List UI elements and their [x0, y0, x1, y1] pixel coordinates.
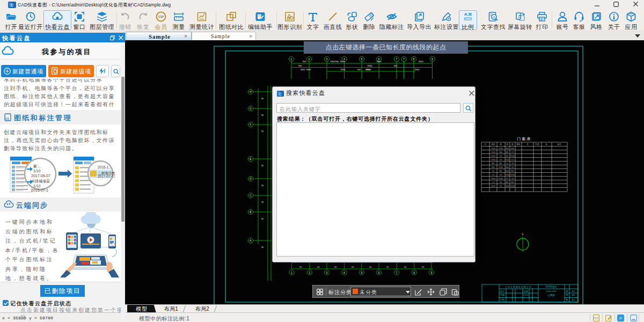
svg-text:24: 24	[500, 159, 502, 161]
svg-text:24: 24	[500, 181, 502, 184]
svg-text:9: 9	[431, 57, 433, 61]
svg-text:7: 7	[403, 57, 405, 61]
svg-text:C2: C2	[492, 174, 495, 176]
svg-text:P: P	[619, 317, 622, 320]
svg-text:2100: 2100	[499, 148, 503, 150]
svg-text:2100: 2100	[491, 148, 495, 150]
svg-text:B: B	[250, 210, 252, 214]
svg-text:A.1: A.1	[572, 290, 576, 292]
svg-text:33: 33	[422, 266, 425, 268]
svg-text:2100: 2100	[491, 185, 495, 187]
svg-text:3: 3	[326, 57, 328, 61]
svg-text:1500: 1500	[505, 170, 509, 172]
svg-text:A.1: A.1	[572, 298, 576, 301]
svg-text:7: 7	[396, 57, 398, 61]
svg-text:2100: 2100	[499, 178, 503, 180]
svg-text:24: 24	[511, 178, 514, 180]
svg-text:5: 5	[361, 271, 362, 274]
svg-text:33: 33	[404, 266, 407, 268]
svg-text:3300: 3300	[301, 68, 306, 71]
svg-text:30: 30	[261, 184, 264, 187]
svg-text:1: 1	[291, 57, 292, 61]
svg-text:C2: C2	[500, 174, 502, 176]
svg-text:2100: 2100	[505, 174, 509, 176]
svg-text:备注: 备注	[557, 143, 561, 145]
svg-text:宽: 宽	[500, 143, 502, 145]
svg-text:3000: 3000	[306, 68, 312, 71]
svg-text:33: 33	[352, 266, 354, 268]
svg-text:900: 900	[499, 151, 502, 153]
svg-text:3000: 3000	[419, 60, 424, 63]
svg-text:30: 30	[261, 217, 264, 220]
svg-text:3000: 3000	[365, 68, 371, 71]
svg-text:2100: 2100	[510, 174, 515, 176]
svg-text:M1: M1	[506, 151, 509, 153]
svg-text:高: 高	[506, 143, 508, 145]
svg-text:1500: 1500	[491, 151, 495, 153]
svg-text:图: 图	[566, 298, 568, 301]
svg-text:A:B: A:B	[464, 12, 472, 17]
svg-text:900: 900	[492, 166, 495, 169]
svg-text:门窗表: 门窗表	[517, 137, 532, 141]
svg-text:900: 900	[303, 60, 306, 63]
svg-text:900: 900	[506, 166, 509, 169]
svg-text:A: A	[250, 239, 252, 242]
svg-text:窗...: 窗...	[33, 164, 40, 169]
svg-text:3000.00m²: 3000.00m²	[546, 290, 557, 292]
svg-text:C2: C2	[511, 151, 514, 153]
svg-text:24: 24	[506, 155, 508, 157]
svg-text:33: 33	[386, 266, 389, 268]
svg-text:1500: 1500	[491, 159, 495, 161]
svg-text:M1: M1	[492, 163, 495, 165]
svg-text:图: 图	[566, 294, 568, 296]
svg-text:6: 6	[378, 271, 380, 274]
svg-text:900: 900	[394, 64, 398, 67]
svg-text:PDF: PDF	[594, 317, 599, 320]
svg-text:C2: C2	[500, 155, 502, 157]
svg-text:33: 33	[317, 266, 320, 268]
svg-text:八局发展建设有限公司: 八局发展建设有限公司	[505, 286, 532, 288]
svg-text:1500: 1500	[510, 185, 515, 187]
svg-text:900: 900	[511, 148, 514, 150]
svg-text:G: G	[250, 107, 252, 110]
svg-text:2100: 2100	[510, 155, 515, 157]
svg-text:900: 900	[335, 60, 339, 63]
svg-text:C2: C2	[511, 159, 514, 161]
svg-text:1/10: 1/10	[33, 184, 41, 188]
svg-text:M1: M1	[506, 181, 509, 184]
svg-text:审核: 审核	[500, 294, 504, 296]
svg-text:图集: 图集	[516, 143, 521, 145]
svg-text:MMM: MMM	[465, 18, 471, 20]
svg-text:A: A	[493, 16, 495, 19]
svg-text:8: 8	[413, 271, 415, 274]
svg-text:2100: 2100	[505, 159, 509, 161]
svg-text:编号: 编号	[491, 143, 495, 145]
svg-text:标准: 标准	[535, 143, 539, 145]
svg-text:XXXX项目: XXXX项目	[545, 286, 557, 288]
svg-text:33: 33	[334, 266, 337, 268]
svg-text:900: 900	[357, 68, 361, 71]
svg-text:%: %	[203, 12, 206, 15]
svg-text:代: 代	[484, 143, 486, 145]
svg-text:24: 24	[511, 163, 514, 165]
svg-text:900: 900	[506, 148, 509, 150]
svg-text:C2: C2	[506, 178, 509, 180]
svg-text:5: 5	[361, 57, 363, 61]
svg-text:A.1: A.1	[572, 294, 576, 296]
svg-text:备: 备	[545, 143, 547, 145]
svg-text:科技城项目: 科技城项目	[31, 179, 50, 184]
svg-text:比例: 比例	[524, 290, 528, 293]
svg-text:30: 30	[261, 114, 264, 116]
svg-text:2017-09-07: 2017-09-07	[31, 174, 50, 178]
svg-text:M1: M1	[511, 181, 514, 184]
svg-text:2016-1...: 2016-1...	[98, 165, 112, 169]
svg-text:30: 30	[261, 130, 264, 133]
svg-text:1:100: 1:100	[523, 294, 529, 296]
svg-text:M1: M1	[500, 163, 502, 165]
svg-text:C2: C2	[492, 181, 495, 184]
svg-text:3: 3	[326, 271, 328, 274]
svg-text:2100: 2100	[499, 166, 503, 169]
svg-text:日期: 日期	[500, 298, 504, 301]
svg-text:1/10: 1/10	[33, 169, 41, 173]
svg-text:设计: 设计	[500, 290, 504, 292]
